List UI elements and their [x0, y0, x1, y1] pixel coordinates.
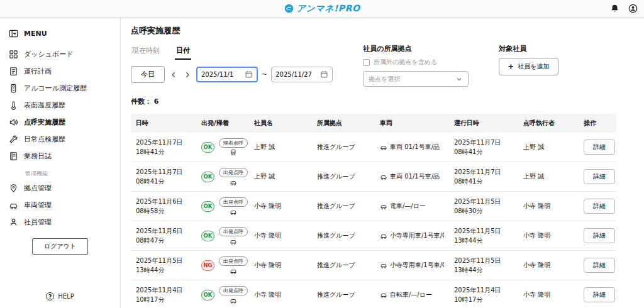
call-type: 出発点呼 — [219, 197, 248, 216]
detail-button[interactable]: 詳細 — [584, 140, 615, 155]
operation-datetime: 2025年11月7日08時41分 — [454, 167, 513, 186]
sidebar-item-vehicle-management[interactable]: 車両管理 — [0, 197, 120, 214]
notifications-button[interactable] — [610, 4, 619, 13]
table-header-row: 日時 出発/帰着 社員名 所属拠点 車両 運行日時 点呼執行者 操作 — [131, 114, 616, 133]
sidebar-item-label: 業務日誌 — [24, 151, 52, 161]
detail-button[interactable]: 詳細 — [584, 228, 615, 243]
date-to-field[interactable] — [271, 67, 333, 82]
sidebar-collapse-icon — [9, 29, 18, 38]
tab-date[interactable]: 日付 — [175, 44, 191, 60]
base-icon — [9, 184, 18, 193]
base-name: 推進グループ — [317, 291, 355, 298]
table-row: 2025年11月4日10時17分 OK 出発点呼 小寺 隆明 推進グループ 自転… — [131, 280, 616, 308]
call-type-badge: 出発点呼 — [219, 286, 248, 295]
table-row: 2025年11月5日13時44分 NG 出発点呼 小寺 隆明 推進グループ 小寺… — [131, 251, 616, 280]
status-badge: OK — [201, 172, 214, 182]
sidebar-item-temperature-history[interactable]: 表面温度履歴 — [0, 97, 120, 114]
date-from-field[interactable] — [196, 67, 258, 82]
sidebar-item-journal[interactable]: 業務日誌 — [0, 148, 120, 165]
base-filter-label: 社員の所属拠点 — [363, 44, 469, 53]
include-outside-row[interactable]: 所属外の拠点を含める — [363, 58, 469, 67]
next-day-button[interactable] — [182, 70, 192, 80]
logout-button[interactable]: ログアウト — [32, 238, 88, 255]
row-datetime: 2025年11月4日10時17分 — [136, 285, 191, 304]
call-type-badge: 出発点呼 — [219, 197, 248, 207]
sidebar-item-inspection-history[interactable]: 日常点検履歴 — [0, 131, 120, 148]
sidebar-item-base-management[interactable]: 拠点管理 — [0, 180, 120, 197]
status-cell: OK 帰着点呼 — [201, 138, 244, 157]
executor-name: 小寺 隆明 — [523, 261, 550, 268]
table-row: 2025年11月7日18時41分 OK 帰着点呼 — [131, 133, 616, 162]
main-content: 点呼実施履歴 現在時刻 日付 今日 — [121, 18, 644, 308]
result-count: 件数： 6 — [131, 97, 629, 106]
operation-datetime: 2025年11月5日13時44分 — [454, 226, 513, 245]
add-employee-label: 社員を追加 — [518, 62, 549, 71]
sidebar-item-label: ダッシュボード — [24, 50, 74, 59]
operation-datetime: 2025年11月7日08時41分 — [454, 138, 513, 157]
detail-button[interactable]: 詳細 — [584, 169, 615, 184]
vehicle-name: 小寺専用車/1号車/C — [390, 261, 444, 270]
account-button[interactable] — [628, 4, 638, 13]
operation-datetime: 2025年11月5日08時30分 — [454, 197, 513, 216]
executor-name: 小寺 隆明 — [523, 291, 550, 298]
table-row: 2025年11月6日08時47分 OK 出発点呼 小寺 隆明 推進グループ 小寺… — [131, 221, 616, 251]
col-operation-datetime: 運行日時 — [449, 114, 518, 133]
menu-toggle[interactable]: MENU — [0, 23, 120, 46]
calendar-icon — [320, 70, 328, 79]
sidebar-item-dashboard[interactable]: ダッシュボード — [0, 46, 120, 63]
status-cell: OK 出発点呼 — [201, 168, 244, 186]
add-employee-button[interactable]: + 社員を追加 — [499, 58, 558, 75]
car-icon — [380, 291, 387, 299]
status-badge: OK — [201, 231, 214, 241]
sidebar-item-rollcall-history[interactable]: 点呼実施履歴 — [0, 114, 120, 131]
car-icon — [230, 267, 237, 275]
base-select[interactable]: 拠点を選択 — [363, 71, 469, 87]
status-cell: NG 出発点呼 — [201, 256, 244, 275]
base-name: 推進グループ — [317, 143, 355, 150]
alcohol-meter-icon — [9, 84, 18, 93]
employee-name: 小寺 隆明 — [254, 261, 281, 268]
prev-day-button[interactable] — [169, 70, 179, 80]
dashboard-icon — [9, 50, 18, 59]
rollcall-table: 日時 出発/帰着 社員名 所属拠点 車両 運行日時 点呼執行者 操作 2025年… — [131, 114, 616, 308]
employee-name: 小寺 隆明 — [254, 202, 281, 209]
chevron-down-icon — [455, 75, 463, 83]
call-type: 帰着点呼 — [219, 138, 248, 157]
mode-tabs: 現在時刻 日付 — [131, 44, 333, 60]
sidebar-nav: ダッシュボード 運行計画 アルコール測定履歴 — [0, 46, 120, 165]
car-icon — [230, 179, 237, 186]
sidebar-item-operation-plan[interactable]: 運行計画 — [0, 63, 120, 80]
detail-button[interactable]: 詳細 — [584, 287, 615, 302]
base-filter-group: 社員の所属拠点 所属外の拠点を含める 拠点を選択 — [363, 44, 469, 87]
include-outside-label: 所属外の拠点を含める — [374, 58, 437, 67]
base-name: 推進グループ — [317, 261, 355, 268]
status-cell: OK 出発点呼 — [201, 227, 244, 245]
help-link[interactable]: ? HELP — [0, 285, 120, 308]
operation-plan-icon — [9, 67, 18, 76]
target-employee-group: 対象社員 + 社員を追加 — [499, 44, 558, 75]
col-datetime: 日時 — [131, 114, 196, 133]
date-from-input[interactable] — [201, 71, 243, 78]
car-icon — [9, 201, 18, 210]
employee-name: 小寺 隆明 — [254, 291, 281, 298]
call-type: 出発点呼 — [219, 256, 248, 275]
car-icon — [380, 232, 387, 239]
date-to-input[interactable] — [275, 71, 318, 78]
base-name: 推進グループ — [317, 173, 355, 180]
executor-name: 上野 誠 — [523, 143, 544, 150]
car-icon — [380, 143, 387, 151]
tab-current-time[interactable]: 現在時刻 — [131, 44, 161, 60]
row-datetime: 2025年11月6日08時47分 — [136, 226, 191, 245]
person-icon — [9, 217, 18, 227]
status-badge: OK — [201, 290, 214, 300]
today-button[interactable]: 今日 — [131, 66, 165, 83]
row-datetime: 2025年11月5日13時44分 — [136, 256, 191, 275]
detail-button[interactable]: 詳細 — [584, 199, 615, 214]
filter-bar: 現在時刻 日付 今日 — [131, 44, 629, 87]
sidebar-item-employee-management[interactable]: 社員管理 — [0, 214, 120, 231]
sidebar-item-alcohol-history[interactable]: アルコール測定履歴 — [0, 80, 120, 97]
include-outside-checkbox[interactable] — [363, 59, 370, 66]
train-icon — [230, 149, 237, 157]
detail-button[interactable]: 詳細 — [584, 258, 615, 273]
base-name: 推進グループ — [317, 202, 355, 209]
